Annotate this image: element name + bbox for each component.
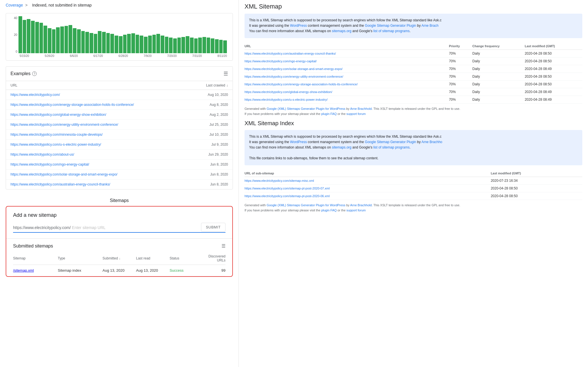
examples-info-icon[interactable]: ?	[32, 71, 37, 76]
xml-table-row: https://www.electricitypolicy.com/global…	[245, 88, 582, 96]
url-row: https://www.electricitypolicy.com/solar-…	[6, 170, 233, 180]
xml-url-link[interactable]: https://www.electricitypolicy.com/u-s-el…	[245, 98, 328, 101]
chart-bar	[215, 39, 219, 53]
url-link[interactable]: https://www.electricitypolicy.com/u-s-el…	[11, 143, 101, 147]
sub-url-cell: https://www.electricitypolicy.com/sitema…	[245, 192, 491, 200]
chart-x-label: 5/15/20	[20, 54, 29, 57]
url-link[interactable]: https://www.electricitypolicy.com/austra…	[11, 182, 110, 186]
sitemaps-org-link[interactable]: sitemaps.org	[332, 29, 351, 33]
xml-info-text1: This is a XML Sitemap which is supposed …	[249, 18, 442, 33]
url-link[interactable]: https://www.electricitypolicy.com/ngo-en…	[11, 162, 89, 166]
col-type-header: Type	[58, 256, 102, 260]
add-sitemap-title: Add a new sitemap	[13, 212, 225, 218]
xi-arne-link[interactable]: Arne Brachho	[421, 140, 442, 144]
url-table: URL Last crawled ↓ https://www.electrici…	[6, 81, 233, 189]
sub-url-link[interactable]: https://www.electricitypolicy.com/sitema…	[245, 194, 330, 198]
chart-bar	[52, 29, 56, 53]
chart-bar	[44, 26, 47, 53]
chart-bar	[211, 38, 214, 53]
submit-sitemap-button[interactable]: SUBMIT	[201, 223, 225, 232]
submitted-filter-icon[interactable]: ☰	[221, 243, 225, 249]
url-link[interactable]: https://www.electricitypolicy.com/about-…	[11, 152, 74, 156]
wordpress-link[interactable]: WordPress	[290, 24, 307, 28]
url-link[interactable]: https://www.electricitypolicy.com/	[11, 93, 60, 97]
xml-url-cell: https://www.electricitypolicy.com/austra…	[245, 50, 449, 57]
chart-bar	[207, 38, 210, 53]
url-date: Jun 29, 2020	[208, 152, 228, 156]
sub-col-modified: Last modified (GMT)	[491, 170, 582, 177]
url-link[interactable]: https://www.electricitypolicy.com/solar-…	[11, 172, 117, 176]
url-link[interactable]: https://www.electricitypolicy.com/energy…	[11, 103, 134, 107]
chart-bar	[102, 32, 106, 53]
xml-sitemap-section: XML Sitemap This is a XML Sitemap which …	[245, 3, 582, 116]
xi-arne-link2[interactable]: Arne Brachhold	[350, 203, 372, 207]
chart-bar	[85, 32, 89, 53]
xml-url-cell: https://www.electricitypolicy.com/energy…	[245, 80, 449, 88]
xml-plugin-faq-link[interactable]: plugin FAQ	[321, 112, 337, 116]
xml-last-modified-cell: 2020-04-28 08:49	[525, 65, 582, 73]
chart-bar	[177, 38, 181, 53]
chart-bar	[161, 36, 164, 53]
xml-col-priority: Priority	[449, 43, 472, 50]
xi-generated-text: Generated with Google (XML) Sitemaps Gen…	[245, 203, 582, 207]
xml-table-body: https://www.electricitypolicy.com/austra…	[245, 50, 582, 103]
xml-generated-link[interactable]: Google (XML) Sitemaps Generator Plugin f…	[267, 107, 345, 110]
chart-bar	[60, 26, 64, 53]
url-date: Jul 9, 2020	[211, 143, 228, 147]
xml-url-link[interactable]: https://www.electricitypolicy.com/ngo-en…	[245, 59, 317, 63]
right-panel: XML Sitemap This is a XML Sitemap which …	[239, 0, 588, 367]
list-link[interactable]: list of sitemap programs	[373, 29, 409, 33]
sitemap-url-input[interactable]	[71, 224, 196, 231]
sub-modified-cell: 2020-04-28 08:50	[491, 192, 582, 200]
chart-x-label: 8/11/20	[218, 54, 227, 57]
plugin-link[interactable]: Google Sitemap Generator Plugin	[365, 24, 416, 28]
examples-header: Examples ? ☰	[6, 67, 233, 81]
lastread-cell: Aug 13, 2020	[136, 268, 169, 273]
xml-index-info: This is a XML Sitemap which is supposed …	[249, 135, 442, 160]
xml-support-forum-link[interactable]: support forum	[346, 112, 366, 116]
xml-last-modified-cell: 2020-04-28 08:50	[525, 57, 582, 65]
sub-url-link[interactable]: https://www.electricitypolicy.com/sitema…	[245, 187, 330, 190]
chart-x-label: 6/6/20	[70, 54, 78, 57]
xml-change-freq-cell: Daily	[472, 50, 525, 57]
arne-link[interactable]: Arne Brach	[421, 24, 438, 28]
xi-problem-text: If you have problems with your sitemap p…	[245, 209, 582, 212]
url-link[interactable]: https://www.electricitypolicy.com/global…	[11, 113, 106, 117]
xml-change-freq-cell: Daily	[472, 65, 525, 73]
xi-wordpress-link[interactable]: WordPress	[290, 140, 307, 144]
breadcrumb-parent[interactable]: Coverage	[6, 3, 23, 7]
xml-priority-cell: 70%	[449, 96, 472, 103]
chart-bar	[186, 36, 189, 53]
url-row: https://www.electricitypolicy.com/global…	[6, 110, 233, 120]
chart-bars	[18, 16, 227, 53]
xml-table-row: https://www.electricitypolicy.com/energy…	[245, 80, 582, 88]
xi-generated-link[interactable]: Google (XML) Sitemaps Generator Plugin f…	[267, 203, 345, 207]
examples-filter-icon[interactable]: ☰	[223, 71, 228, 77]
url-link[interactable]: https://www.electricitypolicy.com/energy…	[11, 123, 118, 127]
xi-sitemaps-link[interactable]: sitemaps.org	[332, 145, 351, 149]
xml-url-link[interactable]: https://www.electricitypolicy.com/solar-…	[245, 67, 343, 71]
xml-url-link[interactable]: https://www.electricitypolicy.com/energy…	[245, 75, 343, 78]
xi-plugin-link[interactable]: Google Sitemap Generator Plugin	[365, 140, 416, 144]
xml-url-link[interactable]: https://www.electricitypolicy.com/austra…	[245, 52, 336, 55]
xml-table-row: https://www.electricitypolicy.com/u-s-el…	[245, 96, 582, 103]
url-link[interactable]: https://www.electricitypolicy.com/minnes…	[11, 133, 103, 137]
xi-plugin-faq-link[interactable]: plugin FAQ	[321, 209, 337, 212]
xml-url-link[interactable]: https://www.electricitypolicy.com/global…	[245, 90, 332, 94]
xml-priority-cell: 70%	[449, 50, 472, 57]
xml-arne-link[interactable]: Arne Brachhold	[350, 107, 372, 110]
xi-support-forum-link[interactable]: support forum	[346, 209, 366, 212]
status-cell: Success	[169, 268, 203, 273]
xml-url-link[interactable]: https://www.electricitypolicy.com/energy…	[245, 83, 358, 86]
xml-change-freq-cell: Daily	[472, 80, 525, 88]
xi-list-link[interactable]: list of sitemap programs	[373, 145, 409, 149]
y-label-0: 0	[12, 50, 17, 53]
chart-bar	[110, 34, 114, 53]
breadcrumb-separator: >	[25, 3, 28, 7]
sitemap-link[interactable]: /sitemap.xml	[13, 268, 34, 273]
chart-container: 40 20 0 5/15/205/26/206/6/206/17/206/28/…	[6, 13, 233, 61]
sub-url-link[interactable]: https://www.electricitypolicy.com/sitema…	[245, 179, 314, 182]
xml-index-box: This is a XML Sitemap which is supposed …	[245, 130, 582, 165]
chart-bar	[81, 31, 85, 53]
xml-generated-text: Generated with Google (XML) Sitemaps Gen…	[245, 107, 582, 110]
